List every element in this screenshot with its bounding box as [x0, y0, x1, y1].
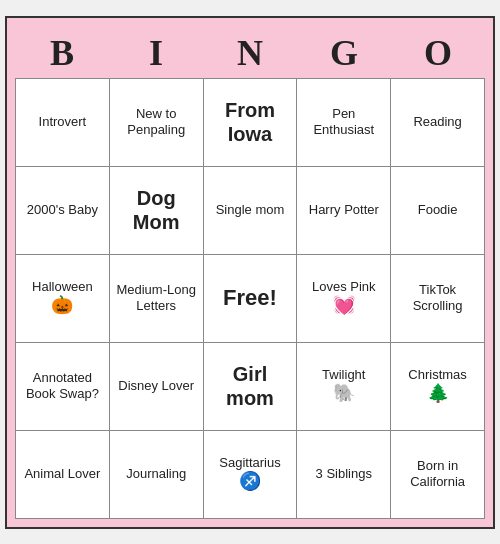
bingo-cell-22: Sagittarius♐ [204, 431, 298, 519]
bingo-cell-0: Introvert [16, 79, 110, 167]
bingo-header: BINGO [15, 26, 485, 78]
header-letter-b: B [18, 32, 106, 74]
bingo-cell-17: Girl mom [204, 343, 298, 431]
bingo-cell-16: Disney Lover [110, 343, 204, 431]
bingo-card: BINGO IntrovertNew to PenpalingFrom Iowa… [5, 16, 495, 529]
bingo-cell-4: Reading [391, 79, 485, 167]
bingo-cell-24: Born in California [391, 431, 485, 519]
header-letter-o: O [394, 32, 482, 74]
cell-emoji-13: 💓 [333, 295, 355, 317]
bingo-cell-15: Annotated Book Swap? [16, 343, 110, 431]
bingo-grid: IntrovertNew to PenpalingFrom IowaPen En… [15, 78, 485, 519]
bingo-cell-11: Medium-Long Letters [110, 255, 204, 343]
header-letter-n: N [206, 32, 294, 74]
bingo-cell-23: 3 Siblings [297, 431, 391, 519]
cell-emoji-10: 🎃 [51, 295, 73, 317]
bingo-cell-12: Free! [204, 255, 298, 343]
cell-emoji-22: ♐ [239, 471, 261, 493]
cell-emoji-19: 🌲 [427, 383, 449, 405]
header-letter-i: I [112, 32, 200, 74]
bingo-cell-9: Foodie [391, 167, 485, 255]
bingo-cell-1: New to Penpaling [110, 79, 204, 167]
bingo-cell-13: Loves Pink💓 [297, 255, 391, 343]
bingo-cell-3: Pen Enthusiast [297, 79, 391, 167]
bingo-cell-14: TikTok Scrolling [391, 255, 485, 343]
bingo-cell-5: 2000's Baby [16, 167, 110, 255]
bingo-cell-8: Harry Potter [297, 167, 391, 255]
bingo-cell-10: Halloween🎃 [16, 255, 110, 343]
bingo-cell-6: Dog Mom [110, 167, 204, 255]
bingo-cell-21: Journaling [110, 431, 204, 519]
header-letter-g: G [300, 32, 388, 74]
cell-emoji-18: 🐘 [333, 383, 355, 405]
bingo-cell-18: Twilight🐘 [297, 343, 391, 431]
bingo-cell-7: Single mom [204, 167, 298, 255]
bingo-cell-2: From Iowa [204, 79, 298, 167]
bingo-cell-19: Christmas🌲 [391, 343, 485, 431]
bingo-cell-20: Animal Lover [16, 431, 110, 519]
